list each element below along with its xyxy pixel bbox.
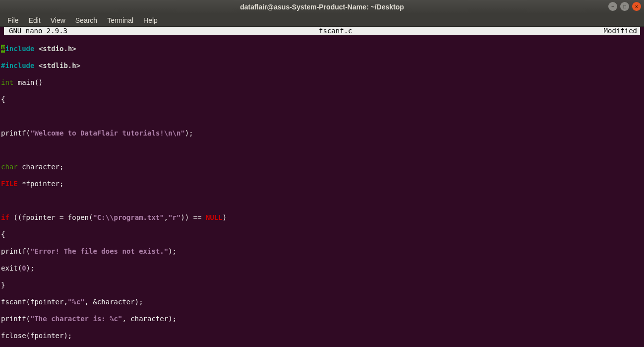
code-line: char character; [1, 163, 643, 171]
code-line: { [1, 230, 643, 239]
window-title: dataflair@asus-System-Product-Name: ~/De… [240, 3, 404, 11]
code-line: printf("Welcome to DataFlair tutorials!\… [1, 129, 643, 138]
window-titlebar: dataflair@asus-System-Product-Name: ~/De… [0, 0, 644, 14]
menu-edit[interactable]: Edit [24, 15, 45, 26]
code-line: } [1, 281, 643, 289]
close-button[interactable]: × [632, 2, 641, 11]
code-line: #include <stdlib.h> [1, 62, 643, 70]
minimize-button[interactable]: – [608, 2, 617, 11]
nano-modified: Modified [604, 27, 639, 35]
maximize-button[interactable]: □ [620, 2, 629, 11]
code-line: int main() [1, 78, 643, 87]
code-line: { [1, 95, 643, 104]
code-line: if ((fpointer = fopen("C:\\program.txt",… [1, 213, 643, 222]
editor-area[interactable]: #include <stdio.h> #include <stdlib.h> i… [0, 35, 644, 347]
code-line: fclose(fpointer); [1, 332, 643, 340]
code-line [1, 112, 643, 121]
code-line: fscanf(fpointer,"%c", &character); [1, 298, 643, 306]
code-line: FILE *fpointer; [1, 180, 643, 188]
code-line: exit(0); [1, 264, 643, 273]
menu-search[interactable]: Search [71, 15, 102, 26]
window-controls: – □ × [608, 2, 641, 11]
menu-terminal[interactable]: Terminal [103, 15, 138, 26]
code-line: printf("The character is: %c", character… [1, 315, 643, 323]
nano-version: GNU nano 2.9.3 [5, 27, 67, 35]
menu-file[interactable]: File [3, 15, 23, 26]
menu-view[interactable]: View [46, 15, 70, 26]
menu-help[interactable]: Help [139, 15, 162, 26]
nano-filename: fscanf.c [67, 27, 604, 35]
menubar: File Edit View Search Terminal Help [0, 14, 644, 27]
code-line: #include <stdio.h> [1, 45, 643, 53]
nano-status-bar: GNU nano 2.9.3 fscanf.c Modified [4, 27, 640, 35]
code-line: printf("Error! The file does not exist."… [1, 247, 643, 256]
code-line [1, 197, 643, 205]
code-line [1, 146, 643, 154]
